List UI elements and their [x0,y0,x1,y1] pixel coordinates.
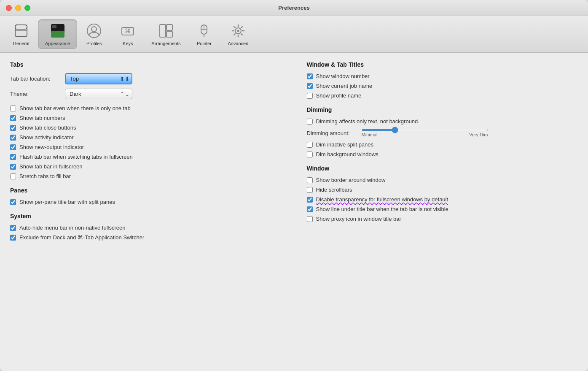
profiles-icon [86,22,102,39]
maximize-button[interactable] [24,5,30,11]
show-tab-numbers-checkbox[interactable] [10,115,16,121]
hide-scrollbars-checkbox[interactable] [307,187,313,193]
exclude-dock-label: Exclude from Dock and ⌘-Tab Application … [19,234,144,241]
show-tab-close-label: Show tab close buttons [19,125,76,131]
slider-min-label: Minimal [362,132,378,137]
show-tab-fullscreen-label: Show tab bar in fullscreen [19,163,83,170]
appearance-icon [49,22,66,39]
show-tab-numbers-label: Show tab numbers [19,115,65,121]
general-label: General [13,41,29,46]
checkbox-show-border: Show border around window [307,177,578,183]
toolbar: General Appearance [0,16,588,53]
window-tab-titles-title: Window & Tab Titles [307,61,578,68]
show-per-pane-label: Show per-pane title bar with split panes [19,199,115,205]
theme-select[interactable]: Dark Light System [65,89,132,99]
tab-bar-location-select[interactable]: Top Bottom Left Right [65,73,132,84]
flash-tab-bar-checkbox[interactable] [10,154,16,160]
dimming-section-title: Dimming [307,106,578,113]
svg-rect-7 [52,25,56,28]
arrangements-label: Arrangements [151,41,180,46]
checkbox-show-tab-fullscreen: Show tab bar in fullscreen [10,163,282,170]
dim-inactive-label: Dim inactive split panes [316,141,374,148]
show-new-output-checkbox[interactable] [10,144,16,150]
toolbar-item-arrangements[interactable]: Arrangements [145,20,187,49]
checkbox-disable-transparency: Disable transparency for fullscreen wind… [307,196,578,203]
svg-rect-1 [15,25,27,29]
advanced-icon [230,22,247,39]
show-tab-bar-one-label: Show tab bar even when there is only one… [19,105,131,111]
show-tab-fullscreen-checkbox[interactable] [10,164,16,170]
show-tab-bar-one-checkbox[interactable] [10,106,16,111]
disable-transparency-checkbox[interactable] [307,197,313,203]
show-window-number-checkbox[interactable] [307,73,313,79]
dim-inactive-checkbox[interactable] [307,142,313,148]
auto-hide-menu-label: Auto-hide menu bar in non-native fullscr… [19,225,125,231]
show-line-under-title-checkbox[interactable] [307,206,313,212]
dimming-slider[interactable] [362,129,488,131]
checkbox-stretch-tabs: Stretch tabs to fill bar [10,173,282,179]
checkbox-show-proxy-icon: Show proxy icon in window title bar [307,216,578,222]
toolbar-item-general[interactable]: General [4,20,38,49]
checkbox-exclude-dock: Exclude from Dock and ⌘-Tab Application … [10,234,282,241]
stretch-tabs-checkbox[interactable] [10,173,16,179]
svg-rect-14 [166,31,172,37]
dim-background-checkbox[interactable] [307,152,313,157]
checkbox-show-activity: Show activity indicator [10,134,282,141]
show-tab-close-checkbox[interactable] [10,125,16,131]
svg-point-20 [237,30,239,32]
stretch-tabs-label: Stretch tabs to fill bar [19,173,71,179]
close-button[interactable] [6,5,12,11]
appearance-label: Appearance [45,41,70,46]
checkbox-show-per-pane: Show per-pane title bar with split panes [10,199,282,205]
show-line-under-title-label: Show line under title bar when the tab b… [316,206,448,212]
theme-row: Theme: Dark Light System ⌃⌄ [10,89,282,99]
disable-transparency-label: Disable transparency for fullscreen wind… [316,196,448,203]
show-border-label: Show border around window [316,177,386,183]
right-panel: Window & Tab Titles Show window number S… [298,61,578,363]
show-proxy-icon-checkbox[interactable] [307,216,313,222]
slider-max-label: Very Dim [469,132,488,137]
show-activity-checkbox[interactable] [10,135,16,141]
dimming-amount-label: Dimming amount: [307,130,357,136]
preferences-window: Preferences General [0,0,588,371]
system-section-title: System [10,213,282,219]
show-per-pane-checkbox[interactable] [10,199,16,205]
profiles-label: Profiles [86,41,102,46]
content-area: Tabs Tab bar location: Top Bottom Left R… [0,53,588,371]
toolbar-item-appearance[interactable]: Appearance [38,19,77,49]
dimming-text-label: Dimming affects only text, not backgroun… [316,118,419,125]
checkbox-show-tab-numbers: Show tab numbers [10,115,282,121]
show-current-job-checkbox[interactable] [307,83,313,89]
dim-background-label: Dim background windows [316,151,379,157]
minimize-button[interactable] [15,5,21,11]
tabs-section-title: Tabs [10,61,282,68]
show-profile-name-checkbox[interactable] [307,93,313,99]
toolbar-item-keys[interactable]: ⌘ Keys [111,20,145,49]
window-section-title: Window [307,165,578,172]
window-tab-titles-section: Window & Tab Titles Show window number S… [307,61,578,99]
theme-label: Theme: [10,91,65,97]
show-activity-label: Show activity indicator [19,134,74,141]
toolbar-item-pointer[interactable]: Pointer [187,20,221,49]
tab-bar-location-dropdown-wrapper: Top Bottom Left Right ⬆⬇ [65,73,132,84]
exclude-dock-checkbox[interactable] [10,235,16,241]
svg-rect-13 [166,24,172,30]
window-controls [6,5,30,11]
checkbox-dim-inactive: Dim inactive split panes [307,141,578,148]
panes-section-title: Panes [10,187,282,194]
toolbar-item-profiles[interactable]: Profiles [77,20,111,49]
flash-tab-bar-label: Flash tab bar when switching tabs in ful… [19,154,133,160]
dimming-amount-row: Dimming amount: Minimal Very Dim [307,129,578,137]
checkbox-auto-hide-menu: Auto-hide menu bar in non-native fullscr… [10,225,282,231]
pointer-label: Pointer [197,41,212,46]
checkbox-flash-tab-bar: Flash tab bar when switching tabs in ful… [10,154,282,160]
toolbar-item-advanced[interactable]: Advanced [221,20,255,49]
dimming-text-checkbox[interactable] [307,119,313,125]
show-border-checkbox[interactable] [307,177,313,183]
checkbox-dim-background: Dim background windows [307,151,578,157]
svg-line-28 [234,34,235,35]
svg-line-26 [241,34,242,35]
auto-hide-menu-checkbox[interactable] [10,225,16,231]
svg-text:⌘: ⌘ [125,28,131,34]
hide-scrollbars-label: Hide scrollbars [316,187,352,193]
